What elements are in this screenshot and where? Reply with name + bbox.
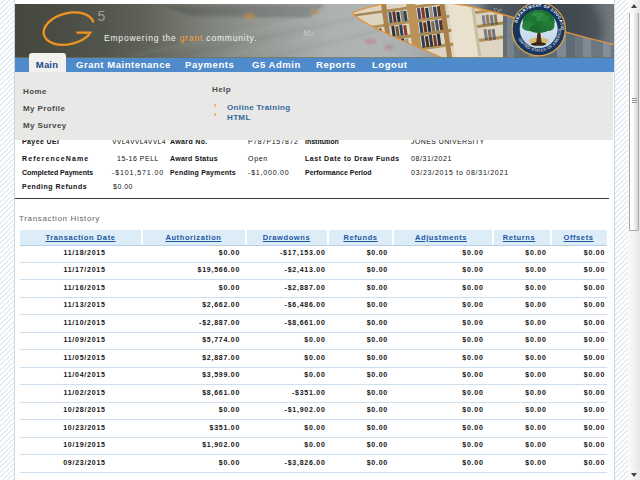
svg-text:Empowering the grant community: Empowering the grant community. <box>104 32 257 42</box>
svg-text:5: 5 <box>98 8 106 24</box>
svg-text:M≥: M≥ <box>302 29 315 38</box>
